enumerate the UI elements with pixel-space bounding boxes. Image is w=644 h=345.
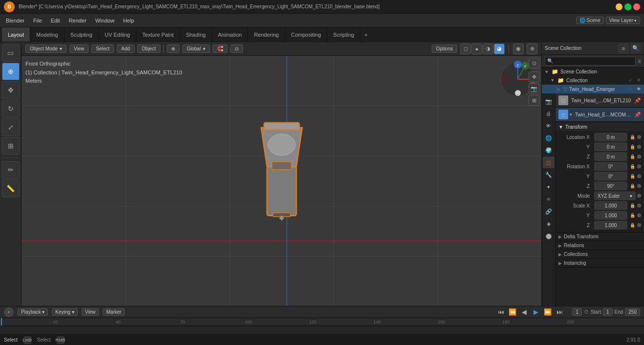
location-x-lock[interactable]: 🔒 <box>629 134 636 140</box>
collection-check-action[interactable]: ✓ <box>627 77 634 84</box>
object-mode-button[interactable]: Object Mode ▾ <box>25 45 67 53</box>
pin-icon-2[interactable]: 📌 <box>634 112 641 118</box>
rotate-tool[interactable]: ↻ <box>2 100 20 117</box>
scale-x-field[interactable]: 1.000 <box>594 201 627 210</box>
playback-menu-button[interactable]: Playback ▾ <box>18 308 48 316</box>
move-tool[interactable]: ✥ <box>2 81 20 99</box>
collection-row[interactable]: ▼ 📁 Collection ✓ 👁 <box>542 76 644 85</box>
filter-icon[interactable]: ≡ <box>638 58 641 65</box>
rotation-x-keyframe-dot[interactable] <box>637 164 641 168</box>
overlay-button[interactable]: ◉ <box>513 44 524 54</box>
scale-z-lock[interactable]: 🔒 <box>629 222 636 229</box>
rotation-mode-select[interactable]: XYZ Euler ▾ <box>594 191 636 200</box>
menu-help[interactable]: Help <box>119 17 138 24</box>
rotation-z-lock[interactable]: 🔒 <box>629 183 636 189</box>
play-forward-button[interactable]: ▶ <box>531 307 541 317</box>
object-properties-icon[interactable]: ◻ <box>543 157 555 168</box>
minimize-button[interactable] <box>616 3 622 10</box>
scale-x-lock[interactable]: 🔒 <box>629 202 636 209</box>
rotation-x-lock[interactable]: 🔒 <box>629 163 636 170</box>
output-properties-icon[interactable]: 🖨 <box>543 108 555 119</box>
delta-transform-section[interactable]: ▶ Delta Transform <box>555 232 644 241</box>
menu-window[interactable]: Window <box>91 17 118 24</box>
render-properties-icon[interactable]: 📷 <box>543 95 555 107</box>
tab-uv-editing[interactable]: UV Editing <box>99 27 136 42</box>
object-menu-button[interactable]: Object <box>137 45 160 53</box>
transform-orientation-button[interactable]: Global ▾ <box>182 45 210 53</box>
tab-shading[interactable]: Shading <box>180 27 212 42</box>
current-frame-field[interactable]: 1 <box>572 308 582 316</box>
select-menu-button[interactable]: Select <box>91 45 114 53</box>
proportional-edit-button[interactable]: ⊙ <box>230 45 243 53</box>
outliner-filter-button[interactable]: ≡ <box>618 43 629 54</box>
viewport-canvas[interactable]: Front Orthographic (1) Collection | Twin… <box>22 56 541 306</box>
options-button[interactable]: Options <box>432 45 457 53</box>
twin-head-check-action[interactable]: ✓ <box>627 86 634 92</box>
tab-modeling[interactable]: Modeling <box>30 27 65 42</box>
timeline-body[interactable]: -10 40 70 100 120 140 160 180 200 <box>0 318 644 334</box>
scale-z-field[interactable]: 1.000 <box>594 221 627 230</box>
scale-x-keyframe-dot[interactable] <box>637 204 641 207</box>
relations-section[interactable]: ▶ Relations <box>555 241 644 250</box>
record-button[interactable]: ● <box>4 307 14 317</box>
constraints-properties-icon[interactable]: 🔗 <box>543 206 555 217</box>
rotation-x-field[interactable]: 0° <box>594 162 627 171</box>
gizmo-button[interactable]: ⊕ <box>527 44 537 54</box>
next-keyframe-button[interactable]: ⏩ <box>543 307 553 317</box>
marker-menu-button[interactable]: Marker <box>103 308 125 316</box>
menu-edit[interactable]: Edit <box>47 17 64 24</box>
twin-head-row[interactable]: ▷ ▽ Twin_Head_Emerger ✓ 👁 <box>542 85 644 93</box>
rotation-z-keyframe-dot[interactable] <box>637 184 641 188</box>
particles-properties-icon[interactable]: ✦ <box>543 181 555 193</box>
wireframe-shading-button[interactable]: ◻ <box>460 44 471 54</box>
add-menu-button[interactable]: Add <box>117 45 134 53</box>
pan-button[interactable]: ✥ <box>529 71 539 82</box>
menu-blender[interactable]: Blender <box>2 17 28 24</box>
scene-collection-expand[interactable]: ▼ <box>544 69 550 75</box>
data-properties-icon[interactable]: ◈ <box>543 218 555 230</box>
scale-y-field[interactable]: 1.000 <box>594 211 627 220</box>
transform-header[interactable]: ▼ Transform <box>555 123 644 131</box>
scale-y-lock[interactable]: 🔒 <box>629 212 636 219</box>
twin-head-expand[interactable]: ▷ <box>555 86 561 92</box>
transform-pivot-button[interactable]: ⊕ <box>167 45 179 53</box>
outliner-search-button[interactable]: 🔍 <box>630 43 641 54</box>
keying-menu-button[interactable]: Keying ▾ <box>52 308 77 316</box>
scene-collection-row[interactable]: ▼ 📁 Scene Collection <box>542 68 644 76</box>
timeline-track-area[interactable] <box>0 326 644 334</box>
location-z-lock[interactable]: 🔒 <box>629 153 636 160</box>
cursor-tool[interactable]: ⊕ <box>2 63 20 80</box>
tab-compositing[interactable]: Compositing <box>285 27 327 42</box>
start-frame-field[interactable]: 1 <box>603 308 613 316</box>
jump-to-start-button[interactable]: ⏮ <box>496 307 506 317</box>
jump-to-end-button[interactable]: ⏭ <box>555 307 564 317</box>
outliner-search-input[interactable]: 🔍 <box>545 57 636 66</box>
tab-rendering[interactable]: Rendering <box>248 27 285 42</box>
solid-shading-button[interactable]: ● <box>471 44 482 54</box>
modifier-properties-icon[interactable]: 🔧 <box>543 169 555 181</box>
material-shading-button[interactable]: ◑ <box>483 44 493 54</box>
physics-properties-icon[interactable]: ⚛ <box>543 193 555 205</box>
maximize-button[interactable] <box>624 3 631 10</box>
rotation-y-field[interactable]: 0° <box>594 172 627 181</box>
collection-eye-action[interactable]: 👁 <box>635 77 642 84</box>
menu-render[interactable]: Render <box>65 17 90 24</box>
measure-tool[interactable]: 📏 <box>2 180 20 197</box>
transform-tool[interactable]: ⊞ <box>2 137 20 155</box>
pin-icon-1[interactable]: 📌 <box>634 97 641 104</box>
play-reverse-button[interactable]: ◀ <box>519 307 529 317</box>
select-box-tool[interactable]: ▭ <box>2 44 20 62</box>
rotation-y-keyframe-dot[interactable] <box>637 174 641 178</box>
view-layer-chevron[interactable]: ▾ <box>634 18 637 23</box>
location-y-lock[interactable]: 🔒 <box>629 143 636 150</box>
zoom-to-fit-button[interactable]: ⊙ <box>529 58 539 69</box>
scale-tool[interactable]: ⤢ <box>2 118 20 136</box>
end-frame-field[interactable]: 250 <box>625 308 640 316</box>
location-y-field[interactable]: 0 m <box>594 142 627 151</box>
world-properties-icon[interactable]: 🌍 <box>543 144 555 156</box>
view-menu-button[interactable]: View <box>69 45 89 53</box>
rendered-shading-button[interactable]: ◕ <box>494 44 505 54</box>
view-menu-tl-button[interactable]: View <box>82 308 99 316</box>
twin-head-eye-action[interactable]: 👁 <box>635 86 642 92</box>
mode-keyframe-dot[interactable] <box>637 194 641 198</box>
